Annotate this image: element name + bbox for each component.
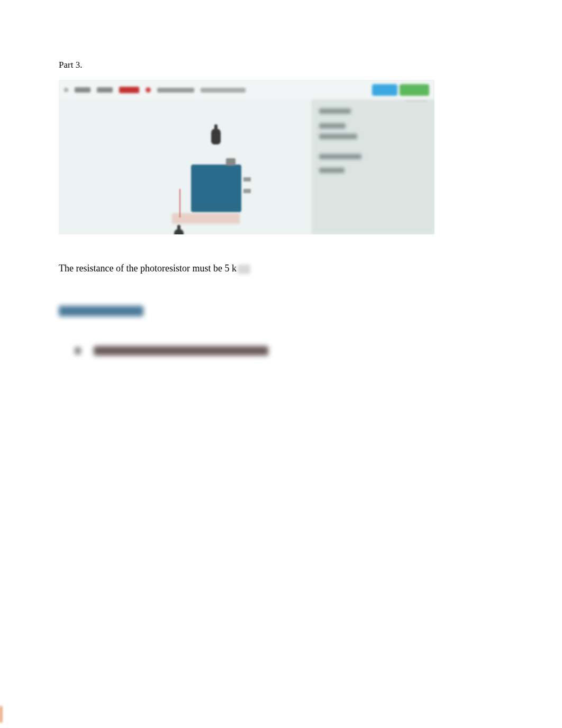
photoresistor-icon xyxy=(211,129,221,144)
breadboard-icon xyxy=(172,213,240,224)
toolbar-icon xyxy=(64,88,68,92)
toolbar-text xyxy=(157,88,194,93)
panel-label xyxy=(319,123,346,129)
resistance-unit: k xyxy=(232,263,237,274)
toolbar-button-green[interactable] xyxy=(400,84,429,96)
arduino-usb-icon xyxy=(226,158,235,166)
toolbar-button-blue[interactable] xyxy=(372,84,397,96)
circuit-canvas[interactable] xyxy=(59,100,312,234)
list-bullet xyxy=(75,347,81,354)
arduino-pin-label xyxy=(243,177,251,181)
embedded-screenshot xyxy=(59,80,434,234)
arduino-board-icon xyxy=(191,165,241,212)
properties-panel xyxy=(312,100,434,234)
app-toolbar xyxy=(59,80,434,100)
page-edge-indicator xyxy=(0,706,2,723)
wire-icon xyxy=(179,189,180,217)
toolbar-text xyxy=(97,87,113,93)
toolbar-red-label xyxy=(119,87,139,93)
resistance-statement: The resistance of the photoresistor must… xyxy=(59,263,503,274)
toolbar-text xyxy=(75,87,90,93)
blurred-section-heading xyxy=(59,306,143,316)
blurred-ohm-symbol xyxy=(238,265,250,274)
panel-label xyxy=(319,168,345,173)
toolbar-text xyxy=(201,88,246,93)
blurred-list-item xyxy=(75,346,503,356)
resistance-text-prefix: The resistance of the photoresistor must… xyxy=(59,263,232,274)
panel-label xyxy=(319,154,361,159)
resistor-icon xyxy=(174,229,184,234)
panel-label xyxy=(319,134,357,139)
arduino-pin-label xyxy=(243,189,251,193)
blurred-list-text xyxy=(94,346,268,356)
toolbar-red-dot xyxy=(146,87,151,93)
part-title: Part 3. xyxy=(59,60,503,70)
panel-label xyxy=(319,108,351,114)
